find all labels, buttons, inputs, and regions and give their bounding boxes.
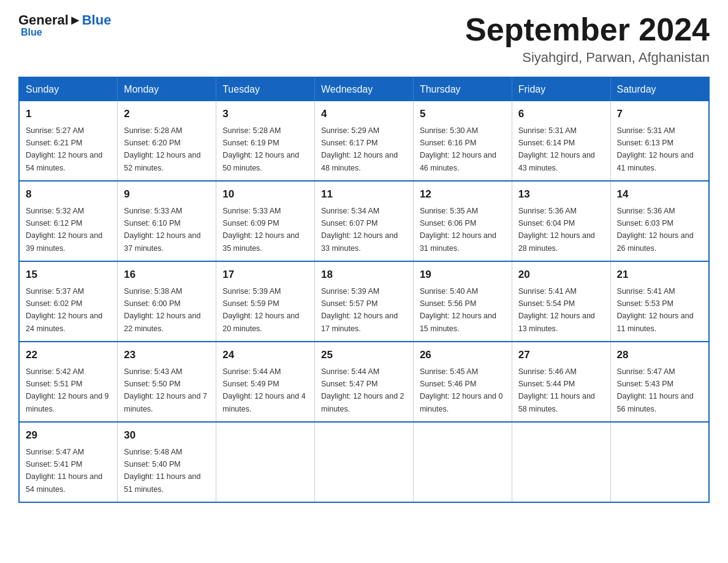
day-info: Sunrise: 5:45 AMSunset: 5:46 PMDaylight:… [420, 367, 503, 413]
calendar-cell: 23Sunrise: 5:43 AMSunset: 5:50 PMDayligh… [118, 342, 216, 422]
calendar-cell: 25Sunrise: 5:44 AMSunset: 5:47 PMDayligh… [315, 342, 414, 422]
logo-blue-part: Blue [82, 12, 112, 28]
calendar-week-row: 8Sunrise: 5:32 AMSunset: 6:12 PMDaylight… [19, 181, 709, 261]
day-number: 9 [124, 186, 210, 202]
calendar-week-row: 1Sunrise: 5:27 AMSunset: 6:21 PMDaylight… [19, 101, 709, 181]
calendar-week-row: 22Sunrise: 5:42 AMSunset: 5:51 PMDayligh… [19, 342, 709, 422]
day-info: Sunrise: 5:27 AMSunset: 6:21 PMDaylight:… [26, 126, 102, 172]
calendar-cell: 22Sunrise: 5:42 AMSunset: 5:51 PMDayligh… [19, 342, 118, 422]
day-number: 8 [26, 186, 111, 202]
calendar-cell: 7Sunrise: 5:31 AMSunset: 6:13 PMDaylight… [610, 101, 709, 181]
day-info: Sunrise: 5:29 AMSunset: 6:17 PMDaylight:… [321, 126, 398, 172]
day-number: 12 [420, 186, 506, 202]
day-info: Sunrise: 5:43 AMSunset: 5:50 PMDaylight:… [124, 367, 207, 413]
header: General►Blue Blue September 2024 Siyahgi… [18, 12, 710, 66]
day-info: Sunrise: 5:35 AMSunset: 6:06 PMDaylight:… [420, 207, 496, 253]
calendar-cell: 11Sunrise: 5:34 AMSunset: 6:07 PMDayligh… [315, 181, 414, 261]
day-info: Sunrise: 5:39 AMSunset: 5:59 PMDaylight:… [222, 287, 299, 333]
day-number: 7 [617, 106, 702, 122]
day-number: 16 [124, 267, 210, 283]
calendar-cell [315, 422, 414, 502]
logo-general: General [18, 12, 69, 28]
calendar-cell: 29Sunrise: 5:47 AMSunset: 5:41 PMDayligh… [19, 422, 118, 502]
day-info: Sunrise: 5:42 AMSunset: 5:51 PMDaylight:… [26, 367, 109, 413]
calendar-cell: 24Sunrise: 5:44 AMSunset: 5:49 PMDayligh… [216, 342, 315, 422]
calendar-cell [610, 422, 709, 502]
calendar-cell: 4Sunrise: 5:29 AMSunset: 6:17 PMDaylight… [315, 101, 414, 181]
day-number: 18 [321, 267, 407, 283]
calendar-cell [512, 422, 610, 502]
day-number: 14 [617, 186, 702, 202]
logo-text: General►Blue [18, 12, 111, 28]
day-number: 24 [222, 347, 308, 363]
calendar-cell: 1Sunrise: 5:27 AMSunset: 6:21 PMDaylight… [19, 101, 118, 181]
weekday-header-sunday: Sunday [19, 77, 118, 101]
weekday-header-saturday: Saturday [610, 77, 709, 101]
day-number: 15 [26, 267, 111, 283]
day-number: 30 [124, 427, 210, 443]
month-title: September 2024 [465, 12, 710, 47]
day-number: 27 [518, 347, 604, 363]
day-info: Sunrise: 5:30 AMSunset: 6:16 PMDaylight:… [420, 126, 496, 172]
day-number: 5 [420, 106, 506, 122]
day-info: Sunrise: 5:48 AMSunset: 5:40 PMDaylight:… [124, 448, 200, 494]
day-number: 23 [124, 347, 210, 363]
day-info: Sunrise: 5:41 AMSunset: 5:54 PMDaylight:… [518, 287, 595, 333]
location-title: Siyahgird, Parwan, Afghanistan [465, 50, 710, 66]
day-number: 1 [26, 106, 111, 122]
day-number: 4 [321, 106, 407, 122]
weekday-header-row: SundayMondayTuesdayWednesdayThursdayFrid… [19, 77, 709, 101]
calendar-cell: 17Sunrise: 5:39 AMSunset: 5:59 PMDayligh… [216, 261, 315, 342]
day-info: Sunrise: 5:28 AMSunset: 6:20 PMDaylight:… [124, 126, 200, 172]
day-info: Sunrise: 5:32 AMSunset: 6:12 PMDaylight:… [26, 207, 102, 253]
calendar-cell: 9Sunrise: 5:33 AMSunset: 6:10 PMDaylight… [118, 181, 216, 261]
calendar-cell [216, 422, 315, 502]
title-area: September 2024 Siyahgird, Parwan, Afghan… [465, 12, 710, 66]
day-number: 28 [617, 347, 702, 363]
day-number: 11 [321, 186, 407, 202]
day-info: Sunrise: 5:47 AMSunset: 5:41 PMDaylight:… [26, 448, 102, 494]
calendar-cell: 12Sunrise: 5:35 AMSunset: 6:06 PMDayligh… [413, 181, 512, 261]
weekday-header-monday: Monday [118, 77, 216, 101]
logo: General►Blue Blue [18, 12, 111, 38]
day-info: Sunrise: 5:31 AMSunset: 6:14 PMDaylight:… [518, 126, 595, 172]
day-number: 17 [222, 267, 308, 283]
calendar-cell: 20Sunrise: 5:41 AMSunset: 5:54 PMDayligh… [512, 261, 610, 342]
day-number: 2 [124, 106, 210, 122]
day-number: 19 [420, 267, 506, 283]
weekday-header-thursday: Thursday [413, 77, 512, 101]
day-number: 26 [420, 347, 506, 363]
day-number: 21 [617, 267, 702, 283]
calendar-cell: 21Sunrise: 5:41 AMSunset: 5:53 PMDayligh… [610, 261, 709, 342]
day-info: Sunrise: 5:41 AMSunset: 5:53 PMDaylight:… [617, 287, 694, 333]
day-number: 3 [222, 106, 308, 122]
day-number: 13 [518, 186, 604, 202]
day-number: 10 [222, 186, 308, 202]
day-info: Sunrise: 5:28 AMSunset: 6:19 PMDaylight:… [222, 126, 299, 172]
calendar-cell: 14Sunrise: 5:36 AMSunset: 6:03 PMDayligh… [610, 181, 709, 261]
calendar-table: SundayMondayTuesdayWednesdayThursdayFrid… [18, 77, 710, 503]
day-info: Sunrise: 5:33 AMSunset: 6:10 PMDaylight:… [124, 207, 200, 253]
day-info: Sunrise: 5:36 AMSunset: 6:04 PMDaylight:… [518, 207, 595, 253]
day-number: 6 [518, 106, 604, 122]
calendar-cell: 18Sunrise: 5:39 AMSunset: 5:57 PMDayligh… [315, 261, 414, 342]
day-info: Sunrise: 5:44 AMSunset: 5:47 PMDaylight:… [321, 367, 404, 413]
calendar-week-row: 15Sunrise: 5:37 AMSunset: 6:02 PMDayligh… [19, 261, 709, 342]
calendar-cell: 5Sunrise: 5:30 AMSunset: 6:16 PMDaylight… [413, 101, 512, 181]
weekday-header-tuesday: Tuesday [216, 77, 315, 101]
calendar-cell: 8Sunrise: 5:32 AMSunset: 6:12 PMDaylight… [19, 181, 118, 261]
day-info: Sunrise: 5:46 AMSunset: 5:44 PMDaylight:… [518, 367, 595, 413]
calendar-cell: 27Sunrise: 5:46 AMSunset: 5:44 PMDayligh… [512, 342, 610, 422]
day-info: Sunrise: 5:36 AMSunset: 6:03 PMDaylight:… [617, 207, 694, 253]
calendar-cell: 19Sunrise: 5:40 AMSunset: 5:56 PMDayligh… [413, 261, 512, 342]
logo-subtitle: Blue [21, 27, 42, 38]
day-number: 25 [321, 347, 407, 363]
calendar-cell [413, 422, 512, 502]
day-number: 20 [518, 267, 604, 283]
day-info: Sunrise: 5:37 AMSunset: 6:02 PMDaylight:… [26, 287, 102, 333]
day-info: Sunrise: 5:33 AMSunset: 6:09 PMDaylight:… [222, 207, 299, 253]
calendar-cell: 15Sunrise: 5:37 AMSunset: 6:02 PMDayligh… [19, 261, 118, 342]
day-info: Sunrise: 5:38 AMSunset: 6:00 PMDaylight:… [124, 287, 200, 333]
calendar-cell: 16Sunrise: 5:38 AMSunset: 6:00 PMDayligh… [118, 261, 216, 342]
day-number: 29 [26, 427, 111, 443]
